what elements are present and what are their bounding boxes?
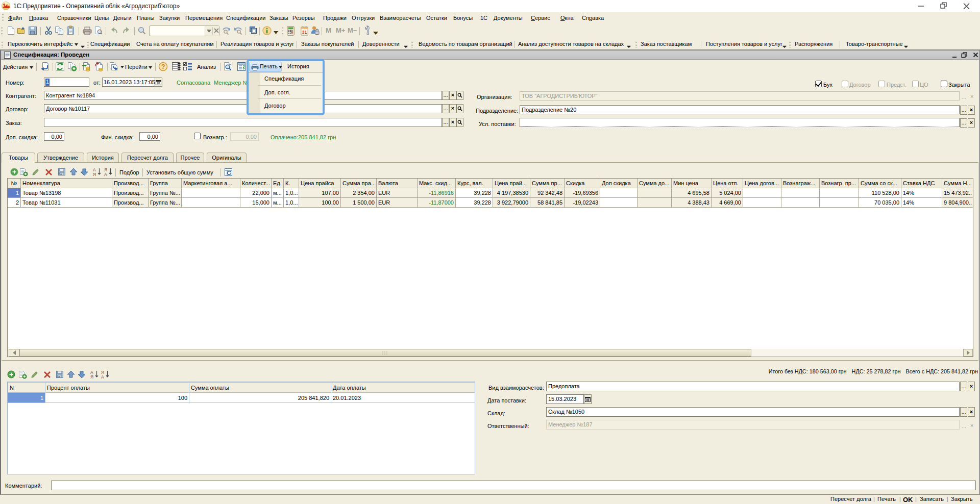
- svg-text:ок: ок: [60, 173, 63, 175]
- svg-text:?: ?: [161, 63, 165, 70]
- svg-text:А: А: [104, 172, 107, 177]
- svg-text:А: А: [101, 374, 104, 379]
- svg-text:ок: ок: [58, 375, 61, 378]
- svg-text:Я: Я: [93, 172, 96, 177]
- svg-text:1с: 1с: [3, 3, 9, 9]
- svg-text:31: 31: [302, 30, 307, 35]
- svg-text:Я: Я: [90, 374, 93, 379]
